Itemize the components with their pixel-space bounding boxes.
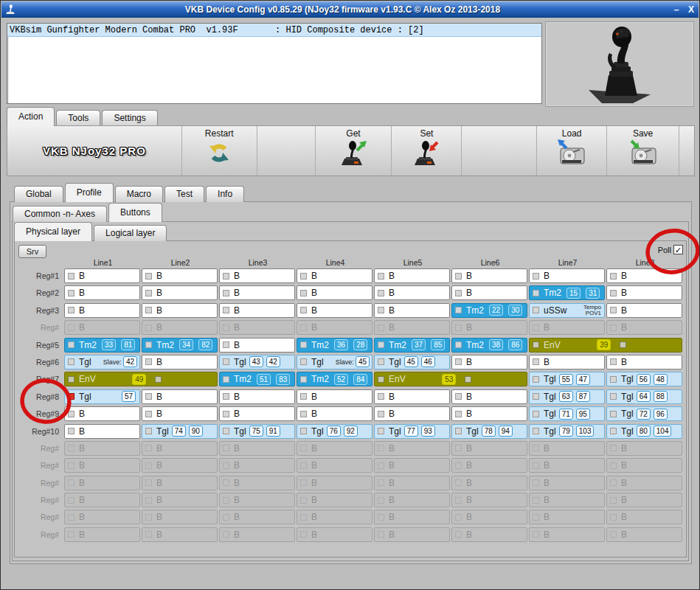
value-badge[interactable]: 94 (499, 426, 513, 437)
cell-checkbox[interactable] (533, 376, 539, 383)
value-badge[interactable]: 51 (257, 374, 271, 385)
tab-buttons[interactable]: Buttons (108, 203, 162, 222)
cell-checkbox[interactable] (300, 358, 307, 365)
cell-checkbox[interactable] (300, 273, 307, 280)
cell-checkbox[interactable] (68, 290, 74, 296)
cell-tm2[interactable]: Tm25284 (297, 372, 372, 386)
device-list-item[interactable]: VKBsim Gunfighter Modern Combat PRO v1.9… (7, 24, 541, 37)
value-badge[interactable]: 75 (249, 426, 263, 437)
cell-checkbox[interactable] (145, 307, 152, 313)
value-badge[interactable]: 91 (266, 426, 280, 437)
cell-checkbox[interactable] (68, 393, 74, 400)
value-badge[interactable]: 95 (576, 409, 590, 420)
cell-b[interactable]: B (606, 268, 682, 283)
cell-checkbox[interactable] (610, 307, 617, 313)
value-badge[interactable]: 81 (121, 339, 135, 350)
cell-tm2[interactable]: Tm23785 (374, 338, 450, 353)
tab-common-axes[interactable]: Common -n- Axes (13, 206, 107, 222)
value-badge[interactable]: 49 (132, 374, 146, 385)
value-badge[interactable]: 72 (637, 409, 651, 420)
cell-b[interactable]: B (64, 424, 140, 439)
value-badge[interactable]: 42 (266, 356, 280, 367)
cell-checkbox[interactable] (610, 358, 617, 365)
cell-b[interactable]: B (451, 285, 527, 300)
restart-button[interactable]: Restart (182, 126, 257, 176)
value-badge[interactable]: 83 (276, 374, 290, 385)
value-badge[interactable]: 31 (586, 288, 600, 299)
cell-checkbox[interactable] (145, 358, 152, 365)
tab-tools[interactable]: Tools (56, 110, 100, 126)
cell-b[interactable]: B (219, 406, 295, 421)
cell-tgl[interactable]: Tgl7793 (374, 424, 450, 439)
cell-b[interactable]: B (374, 268, 450, 283)
cell-checkbox[interactable] (533, 411, 539, 417)
cell-tgl[interactable]: Tgl4546 (374, 355, 450, 369)
cell-tgl[interactable]: Tgl5547 (529, 372, 605, 386)
value-badge[interactable]: 80 (637, 426, 651, 437)
tab-info[interactable]: Info (206, 186, 244, 202)
save-button[interactable]: Save (607, 126, 679, 176)
cell-checkbox[interactable] (533, 290, 539, 296)
tab-global[interactable]: Global (14, 186, 63, 202)
cell-b[interactable]: B (529, 355, 605, 369)
close-button[interactable]: X (684, 4, 699, 15)
value-badge[interactable]: 36 (334, 339, 348, 350)
value-badge[interactable]: 22 (489, 305, 503, 316)
cell-checkbox[interactable] (610, 290, 617, 296)
tab-test[interactable]: Test (164, 186, 204, 202)
cell-b[interactable]: B (297, 268, 372, 283)
value-badge[interactable]: 53 (442, 374, 456, 385)
value-badge[interactable]: 92 (344, 426, 358, 437)
cell-b[interactable]: B (529, 268, 605, 283)
cell-checkbox[interactable] (223, 273, 229, 280)
cell-checkbox[interactable] (223, 290, 229, 296)
cell-b[interactable]: B (451, 355, 527, 369)
cell-checkbox[interactable] (223, 358, 229, 365)
value-badge[interactable]: 86 (508, 339, 522, 350)
cell-checkbox[interactable] (68, 273, 74, 280)
cell-checkbox[interactable] (455, 290, 462, 296)
cell-tgl[interactable]: Tgl4342 (219, 355, 295, 369)
cell-checkbox[interactable] (223, 428, 229, 434)
cell-checkbox[interactable] (378, 376, 384, 383)
cell-b[interactable]: B (142, 285, 218, 300)
cell-b[interactable]: B (297, 389, 372, 404)
cell-tgl[interactable]: Tgl7296 (606, 406, 682, 421)
value-badge[interactable]: 46 (421, 356, 435, 367)
cell-checkbox[interactable] (300, 341, 307, 348)
cell-checkbox[interactable] (145, 393, 152, 400)
cell-checkbox[interactable] (610, 273, 617, 280)
cell-b[interactable]: B (64, 406, 140, 421)
value-badge[interactable]: 85 (431, 339, 445, 350)
value-badge[interactable]: 76 (327, 426, 341, 437)
cell-env[interactable]: EnV39 (529, 338, 682, 353)
cell-tgl[interactable]: Tgl7490 (142, 424, 218, 439)
cell-checkbox[interactable] (300, 393, 307, 400)
cell-checkbox[interactable] (610, 376, 617, 383)
cell-checkbox[interactable] (223, 307, 229, 313)
cell-checkbox[interactable] (145, 341, 152, 348)
cell-tgl[interactable]: Tgl7591 (219, 424, 295, 439)
cell-tgl-slave[interactable]: TglSlave:42 (64, 355, 140, 369)
cell-checkbox[interactable] (68, 428, 74, 434)
cell-checkbox[interactable] (300, 290, 307, 296)
value-badge[interactable]: 33 (102, 339, 116, 350)
cell-checkbox[interactable] (223, 411, 229, 417)
value-badge[interactable]: 56 (637, 374, 651, 385)
cell-checkbox[interactable] (533, 341, 539, 348)
tab-macro[interactable]: Macro (115, 186, 163, 202)
get-button[interactable]: Get (316, 126, 392, 176)
cell-b[interactable]: B (374, 389, 450, 404)
tab-settings[interactable]: Settings (102, 110, 157, 126)
cell-checkbox[interactable] (300, 376, 307, 383)
cell-checkbox[interactable] (533, 393, 539, 400)
cell-checkbox[interactable] (620, 341, 626, 348)
value-badge[interactable]: 30 (508, 305, 522, 316)
cell-b[interactable]: B (142, 355, 218, 369)
cell-checkbox[interactable] (68, 376, 74, 383)
cell-env[interactable]: EnV49 (64, 372, 218, 386)
cell-checkbox[interactable] (533, 428, 539, 434)
cell-tgl[interactable]: Tgl80104 (606, 424, 682, 439)
cell-checkbox[interactable] (610, 411, 617, 417)
cell-ussw[interactable]: uSSwTempoPOV1 (529, 303, 605, 318)
